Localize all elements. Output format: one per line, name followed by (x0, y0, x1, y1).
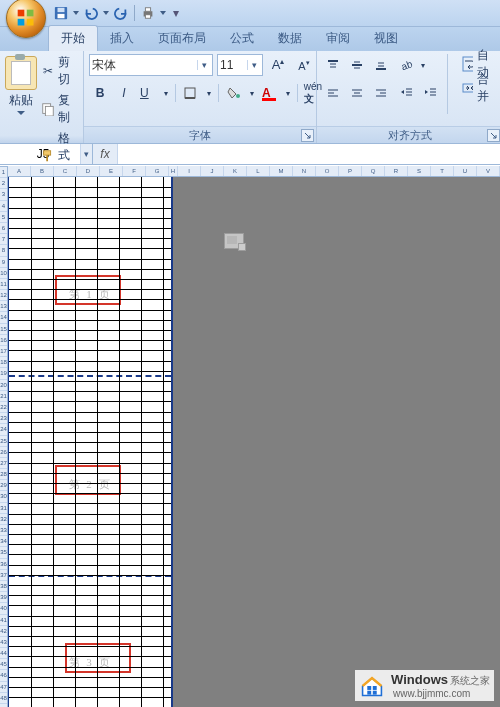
row-header[interactable]: 12 (0, 290, 7, 301)
alignment-dialog-launcher[interactable] (487, 129, 500, 142)
copy-button[interactable]: 复制 (41, 92, 78, 126)
row-header[interactable]: 22 (0, 402, 7, 413)
col-header[interactable]: I (178, 166, 201, 176)
qat-quickprint[interactable] (139, 4, 157, 22)
tab-formulas[interactable]: 公式 (218, 26, 266, 51)
row-header[interactable]: 17 (0, 346, 7, 357)
row-header[interactable]: 47 (0, 682, 7, 693)
col-header[interactable]: T (431, 166, 454, 176)
col-header[interactable]: S (408, 166, 431, 176)
row-header[interactable]: 39 (0, 592, 7, 603)
row-header[interactable]: 35 (0, 547, 7, 558)
row-header[interactable]: 43 (0, 637, 7, 648)
col-header[interactable]: M (270, 166, 293, 176)
qat-undo[interactable] (82, 4, 100, 22)
row-header[interactable]: 11 (0, 279, 7, 290)
align-left-button[interactable] (322, 82, 344, 104)
qat-more-dropdown[interactable] (159, 11, 167, 15)
row-header[interactable]: 3 (0, 189, 7, 200)
row-header[interactable]: 40 (0, 603, 7, 614)
tab-home[interactable]: 开始 (48, 25, 98, 51)
row-header[interactable]: 45 (0, 659, 7, 670)
row-header[interactable]: 28 (0, 469, 7, 480)
tab-review[interactable]: 审阅 (314, 26, 362, 51)
col-header[interactable]: V (477, 166, 500, 176)
cut-button[interactable]: ✂剪切 (41, 54, 78, 88)
col-header[interactable]: N (293, 166, 316, 176)
row-header[interactable]: 8 (0, 245, 7, 256)
align-bottom-button[interactable] (370, 54, 392, 76)
col-header[interactable]: L (247, 166, 270, 176)
merge-center-button[interactable]: 合并 (459, 78, 497, 98)
row-header[interactable]: 46 (0, 670, 7, 681)
tab-page-layout[interactable]: 页面布局 (146, 26, 218, 51)
row-header[interactable]: 15 (0, 324, 7, 335)
row-header[interactable]: 27 (0, 458, 7, 469)
row-header[interactable]: 21 (0, 391, 7, 402)
fill-color-button[interactable]: ▾ (223, 82, 257, 104)
col-header[interactable]: R (385, 166, 408, 176)
border-button[interactable]: ▾ (180, 82, 214, 104)
qat-save-dropdown[interactable] (72, 11, 80, 15)
orientation-button[interactable]: ab▾ (396, 54, 428, 76)
col-header[interactable]: G (146, 166, 169, 176)
col-header[interactable]: K (224, 166, 247, 176)
row-header[interactable]: 34 (0, 536, 7, 547)
col-header[interactable]: C (54, 166, 77, 176)
italic-button[interactable]: I (113, 82, 135, 104)
bold-button[interactable]: B (89, 82, 111, 104)
qat-undo-dropdown[interactable] (102, 11, 110, 15)
row-header[interactable]: 33 (0, 525, 7, 536)
col-header[interactable]: D (77, 166, 100, 176)
insert-function-button[interactable]: fx (93, 144, 118, 164)
row-header[interactable]: 31 (0, 503, 7, 514)
row-header[interactable]: 7 (0, 234, 7, 245)
row-header[interactable]: 13 (0, 301, 7, 312)
col-header[interactable]: Q (362, 166, 385, 176)
row-header[interactable]: 41 (0, 615, 7, 626)
floating-mini-toolbar[interactable] (224, 233, 244, 249)
row-header[interactable]: 25 (0, 436, 7, 447)
increase-indent-button[interactable] (420, 82, 442, 104)
align-center-button[interactable] (346, 82, 368, 104)
row-header[interactable]: 1 (0, 167, 7, 178)
underline-button[interactable]: U▾ (137, 82, 171, 104)
align-middle-button[interactable] (346, 54, 368, 76)
font-name-combo[interactable]: 宋体▾ (89, 54, 213, 76)
col-header[interactable]: U (454, 166, 477, 176)
row-header[interactable]: 19 (0, 368, 7, 379)
row-header[interactable]: 30 (0, 491, 7, 502)
row-header[interactable]: 20 (0, 380, 7, 391)
row-header[interactable]: 38 (0, 581, 7, 592)
row-header[interactable]: 14 (0, 312, 7, 323)
row-header[interactable]: 2 (0, 178, 7, 189)
col-header[interactable]: A (8, 166, 31, 176)
font-dialog-launcher[interactable] (301, 129, 314, 142)
row-header[interactable]: 16 (0, 335, 7, 346)
paste-button[interactable]: 粘贴 (5, 54, 37, 115)
grow-font-button[interactable]: A▴ (267, 54, 289, 76)
qat-customize[interactable]: ▾ (173, 6, 179, 20)
col-header[interactable]: O (316, 166, 339, 176)
row-header[interactable]: 26 (0, 447, 7, 458)
align-right-button[interactable] (370, 82, 392, 104)
qat-redo[interactable] (112, 4, 130, 22)
qat-save[interactable] (52, 4, 70, 22)
col-header[interactable]: F (123, 166, 146, 176)
row-header[interactable]: 4 (0, 201, 7, 212)
row-header[interactable]: 9 (0, 257, 7, 268)
page-break-1[interactable] (9, 375, 171, 377)
col-header[interactable]: B (31, 166, 54, 176)
tab-insert[interactable]: 插入 (98, 26, 146, 51)
col-header[interactable]: E (100, 166, 123, 176)
col-header[interactable]: P (339, 166, 362, 176)
row-header[interactable]: 6 (0, 223, 7, 234)
grid[interactable]: 第 1 页 第 2 页 第 3 页 (8, 177, 500, 707)
row-header[interactable]: 36 (0, 559, 7, 570)
tab-data[interactable]: 数据 (266, 26, 314, 51)
col-header[interactable]: H (169, 166, 178, 176)
row-header[interactable]: 10 (0, 268, 7, 279)
shrink-font-button[interactable]: A▾ (293, 54, 315, 76)
row-header[interactable]: 24 (0, 424, 7, 435)
row-header[interactable]: 29 (0, 480, 7, 491)
